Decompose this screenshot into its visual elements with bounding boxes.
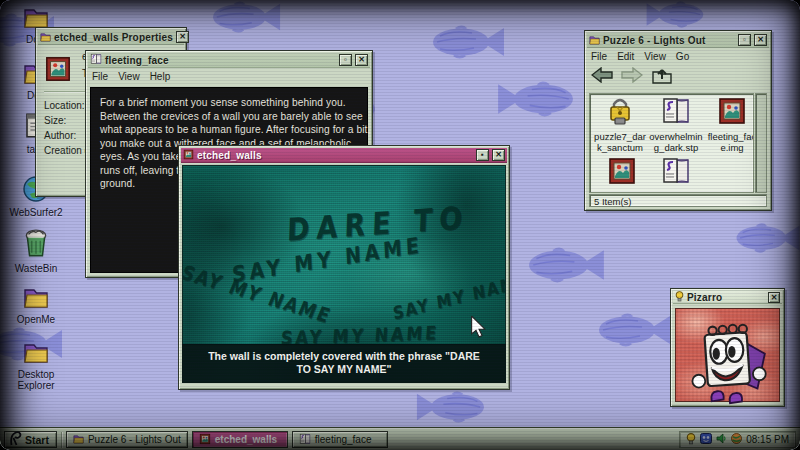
desktop-icon-label: WebSurfer2 [5, 207, 67, 218]
taskbar: Start Puzzle 6 - Lights Out etched_walls… [0, 428, 800, 450]
taskbar-task-etched-walls[interactable]: etched_walls [192, 431, 288, 448]
file-item-fleeting-face-stp[interactable]: fleeting_face.stp [648, 156, 704, 193]
menu-item-go[interactable]: Go [676, 51, 689, 62]
image-file-icon [44, 55, 72, 87]
notepad-character [684, 317, 776, 409]
etched-title-bar[interactable]: etched_walls ▪ ✕ [181, 148, 507, 163]
start-button[interactable]: Start [4, 431, 57, 448]
image-file-icon [199, 433, 211, 447]
menu-item-file[interactable]: File [92, 71, 108, 82]
clock: 08:15 PM [746, 434, 789, 445]
puzzle-status-bar: 5 Item(s) [589, 194, 767, 207]
task-buttons: Puzzle 6 - Lights Out etched_walls fleet… [66, 431, 388, 448]
document-file-icon [299, 433, 311, 447]
desktop-icon-label: WasteBin [5, 263, 67, 274]
desktop-icon-wastebin[interactable]: WasteBin [5, 228, 67, 274]
file-name-label: fleeting_face.img [704, 132, 754, 153]
document-file-icon [661, 112, 691, 129]
close-icon[interactable]: ✕ [492, 149, 505, 161]
task-label: etched_walls [215, 434, 277, 445]
puzzle-file-list: puzzle7_dark_sanctum overwhelming_dark.s… [589, 93, 754, 193]
up-folder-icon[interactable] [651, 66, 673, 88]
desktop-icon-label: OpenMe [5, 314, 67, 325]
properties-window-icon [40, 28, 51, 46]
fish-pattern-icon [645, 0, 704, 33]
task-label: Puzzle 6 - Lights Out [88, 434, 181, 445]
close-icon[interactable]: ✕ [355, 54, 368, 66]
file-name-label: overwhelming_dark.stp [648, 132, 704, 153]
forward-arrow-icon[interactable] [621, 67, 643, 87]
document-file-icon [661, 172, 691, 189]
menu-item-view[interactable]: View [644, 51, 666, 62]
scrollbar[interactable] [755, 93, 767, 193]
puzzle-toolbar [585, 64, 771, 91]
fish-pattern-icon [212, 0, 282, 38]
image-file-icon [607, 172, 637, 189]
story-text-line: Between the crevices of a wall you are b… [100, 110, 358, 124]
maximize-icon[interactable]: ▫ [738, 34, 751, 46]
fleeting-window-title: fleeting_face [105, 55, 336, 66]
desktop-icon-openme[interactable]: OpenMe [5, 286, 67, 325]
fish-pattern-icon [415, 390, 485, 428]
maximize-icon[interactable]: ▪ [476, 149, 489, 161]
taskbar-task-fleeting-face[interactable]: fleeting_face [292, 431, 388, 448]
lightbulb-icon [675, 288, 684, 306]
story-text-line: For a brief moment you sense something b… [100, 96, 358, 110]
file-item-puzzle7-dark-sanctum[interactable]: puzzle7_dark_sanctum [592, 96, 648, 153]
fish-pattern-icon [598, 312, 672, 352]
fleeting-menu-bar: FileViewHelp [86, 70, 372, 84]
lightbulb-tray-icon[interactable] [686, 433, 696, 447]
desktop-icon-label: Desktop Explorer [5, 369, 67, 391]
back-arrow-icon[interactable] [591, 67, 613, 87]
pizarro-canvas [675, 308, 780, 402]
menu-item-edit[interactable]: Edit [617, 51, 634, 62]
file-name-label: fleeting_face.stp [648, 192, 704, 193]
close-icon[interactable]: ✕ [754, 34, 767, 46]
network-tray-icon[interactable] [731, 433, 742, 446]
system-tray: 08:15 PM [679, 431, 796, 448]
properties-title-bar[interactable]: etched_walls Properties ✕ [38, 30, 184, 45]
start-label: Start [25, 434, 49, 446]
puzzle-title-bar[interactable]: Puzzle 6 - Lights Out ▫ ✕ [587, 33, 769, 48]
menu-item-view[interactable]: View [118, 71, 140, 82]
file-item-fleeting-face-img[interactable]: fleeting_face.img [704, 96, 754, 153]
fish-pattern-icon [735, 222, 800, 258]
story-text-line: what appears to be a human figure. After… [100, 123, 358, 137]
folder-icon [23, 286, 49, 313]
scratched-text: SAY MY NAME [392, 270, 506, 324]
menu-item-help[interactable]: Help [150, 71, 171, 82]
fish-pattern-icon [528, 246, 606, 288]
puzzle-window-title: Puzzle 6 - Lights Out [603, 35, 735, 46]
window-etched-walls-viewer: etched_walls ▪ ✕ DARE TOSAY MY NAMESAY M… [178, 145, 510, 390]
maximize-icon[interactable]: ▫ [339, 54, 352, 66]
fish-pattern-icon [496, 80, 574, 122]
app-tray-icon[interactable] [700, 433, 712, 446]
close-icon[interactable]: ✕ [176, 31, 189, 43]
menu-item-file[interactable]: File [591, 51, 607, 62]
document-window-icon [90, 51, 102, 69]
fleeting-title-bar[interactable]: fleeting_face ▫ ✕ [88, 53, 370, 68]
bin-icon [23, 228, 49, 262]
speaker-tray-icon[interactable] [716, 433, 727, 446]
window-puzzle6-lights-out: Puzzle 6 - Lights Out ▫ ✕ FileEditViewGo… [584, 30, 772, 211]
file-item-flat-stone-S-img[interactable]: flat_stone_S.img [594, 156, 650, 193]
puzzle-menu-bar: FileEditViewGo [585, 50, 771, 64]
fish-pattern-icon [432, 24, 506, 64]
crt-screen: Dow Doc task WebSurfer2 WasteBin OpenMe [0, 0, 800, 450]
window-pizarro: Pizarro ✕ [670, 288, 785, 407]
padlock-file-icon [605, 112, 635, 129]
start-logo-icon [9, 431, 22, 448]
pizarro-title-bar[interactable]: Pizarro ✕ [673, 291, 782, 304]
item-count: 5 Item(s) [594, 196, 631, 207]
folder-icon [23, 341, 49, 368]
folder-icon [73, 434, 84, 446]
etched-caption: The wall is completely covered with the … [182, 344, 506, 383]
file-name-label: flat_stone_S.img [594, 192, 650, 193]
taskbar-task-puzzle-6-lights-out[interactable]: Puzzle 6 - Lights Out [66, 431, 188, 448]
file-name-label: puzzle7_dark_sanctum [592, 132, 648, 153]
desktop-icon-desktop-explorer[interactable]: Desktop Explorer [5, 341, 67, 391]
mouse-cursor [470, 316, 487, 342]
close-icon[interactable]: ✕ [768, 292, 780, 303]
properties-window-title: etched_walls Properties [54, 32, 173, 43]
file-item-overwhelming-dark-stp[interactable]: overwhelming_dark.stp [648, 96, 704, 153]
